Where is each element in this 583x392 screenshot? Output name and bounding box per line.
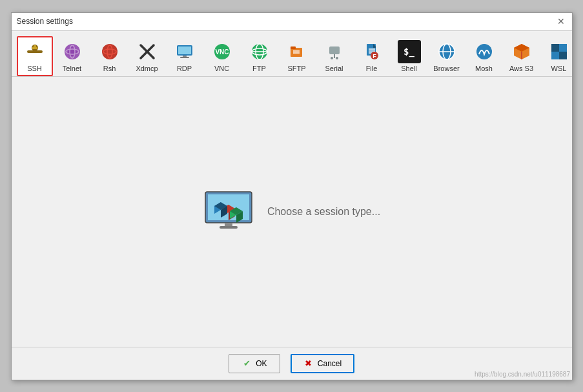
tab-telnet[interactable]: Telnet <box>54 36 90 76</box>
browser-label: Browser <box>433 65 459 72</box>
mosh-label: Mosh <box>475 65 493 72</box>
file-label: File <box>366 65 378 72</box>
monitor-icon <box>203 189 254 234</box>
tab-file[interactable]: FFile <box>354 36 390 76</box>
svg-rect-27 <box>329 46 340 54</box>
tab-wsl[interactable]: WSL <box>541 36 572 76</box>
svg-text:VNC: VNC <box>215 48 229 56</box>
tab-sftp[interactable]: SFTP <box>279 36 315 76</box>
tab-serial[interactable]: Serial <box>316 36 353 76</box>
placeholder-text: Choose a session type... <box>267 206 380 218</box>
file-icon: F <box>360 40 384 63</box>
svg-rect-61 <box>220 226 238 229</box>
svg-rect-3 <box>34 45 36 48</box>
ftp-label: FTP <box>252 65 266 72</box>
telnet-icon <box>61 40 84 63</box>
mosh-icon <box>473 40 496 63</box>
shell-label: Shell <box>401 65 416 72</box>
svg-rect-24 <box>291 46 296 49</box>
close-button[interactable]: ✕ <box>555 15 567 27</box>
sftp-label: SFTP <box>287 65 305 72</box>
tab-rsh[interactable]: Rsh <box>92 36 128 76</box>
svg-rect-47 <box>551 44 559 52</box>
tab-xdmcp[interactable]: Xdmcp <box>129 36 165 76</box>
tab-mosh[interactable]: Mosh <box>466 36 502 76</box>
ok-label: OK <box>256 359 267 368</box>
tab-vnc[interactable]: VNCVNC <box>204 36 240 76</box>
tab-awss3[interactable]: Aws S3 <box>504 36 540 76</box>
svg-point-29 <box>336 57 338 59</box>
shell-icon: $_ <box>398 40 421 63</box>
ftp-icon <box>248 40 271 63</box>
ok-icon: ✔ <box>241 358 252 369</box>
awss3-label: Aws S3 <box>509 65 533 72</box>
svg-rect-48 <box>559 52 567 59</box>
session-tabs: SSHTelnetRshXdmcpRDPVNCVNCFTPSFTPSerialF… <box>12 31 572 77</box>
session-settings-dialog: Session settings ✕ SSHTelnetRshXdmcpRDPV… <box>11 12 573 380</box>
svg-point-5 <box>68 47 77 56</box>
tab-browser[interactable]: Browser <box>429 36 465 76</box>
tab-rdp[interactable]: RDP <box>167 36 203 76</box>
tab-ssh[interactable]: SSH <box>17 36 53 76</box>
watermark: https://blog.csdn.net/u011198687 <box>475 371 570 378</box>
telnet-label: Telnet <box>63 65 81 72</box>
browser-icon <box>435 40 458 63</box>
wsl-label: WSL <box>551 65 567 72</box>
serial-icon <box>323 40 346 63</box>
tab-shell[interactable]: $_Shell <box>391 36 427 76</box>
rsh-icon <box>98 40 121 63</box>
svg-rect-14 <box>178 46 191 54</box>
serial-label: Serial <box>325 65 343 72</box>
vnc-icon: VNC <box>210 40 234 63</box>
rdp-label: RDP <box>177 65 192 72</box>
xdmcp-icon <box>136 40 159 63</box>
cancel-icon: ✖ <box>303 358 314 369</box>
xdmcp-label: Xdmcp <box>136 65 158 72</box>
svg-rect-16 <box>180 57 189 58</box>
wsl-icon <box>547 40 571 63</box>
dialog-title: Session settings <box>17 17 73 26</box>
svg-point-42 <box>476 44 492 59</box>
vnc-label: VNC <box>214 65 229 72</box>
placeholder-container: Choose a session type... <box>203 189 380 234</box>
rdp-icon <box>173 40 196 63</box>
title-bar: Session settings ✕ <box>12 13 572 31</box>
ssh-icon <box>23 40 46 63</box>
content-area: Choose a session type... <box>12 77 572 347</box>
cancel-button[interactable]: ✖ Cancel <box>291 354 354 373</box>
tab-ftp[interactable]: FTP <box>241 36 278 76</box>
awss3-icon <box>510 40 533 63</box>
svg-text:F: F <box>373 53 376 59</box>
ssh-label: SSH <box>27 65 42 72</box>
svg-point-8 <box>102 44 118 59</box>
ok-button[interactable]: ✔ OK <box>229 354 280 373</box>
sftp-icon <box>285 40 309 63</box>
svg-point-28 <box>331 57 333 59</box>
rsh-label: Rsh <box>103 65 116 72</box>
cancel-label: Cancel <box>318 359 342 368</box>
svg-rect-23 <box>291 48 302 57</box>
